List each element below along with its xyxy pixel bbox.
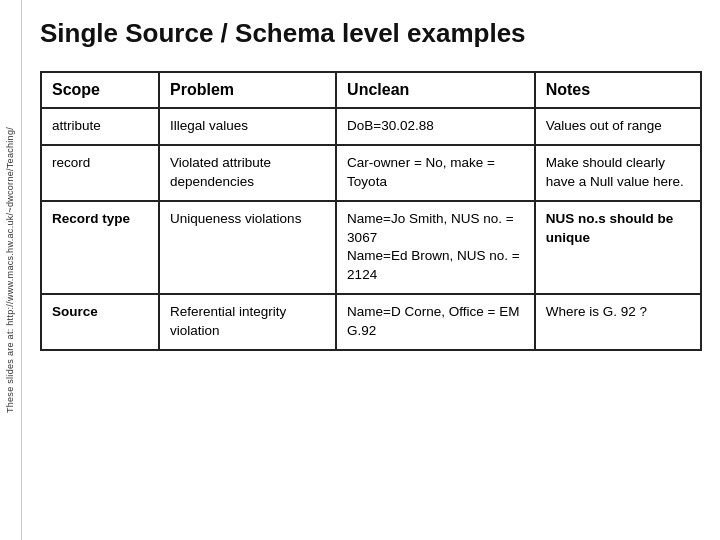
notes-range: Values out of range: [535, 108, 701, 145]
unclean-nus: Name=Jo Smith, NUS no. = 3067 Name=Ed Br…: [336, 201, 535, 295]
problem-uniqueness: Uniqueness violations: [159, 201, 336, 295]
table-row: Source Referential integrity violation N…: [41, 294, 701, 350]
unclean-office: Name=D Corne, Office = EM G.92: [336, 294, 535, 350]
notes-nus-text: NUS no.s should be unique: [546, 211, 674, 245]
unclean-nus-line2: Name=Ed Brown, NUS no. = 2124: [347, 248, 520, 282]
unclean-carowner: Car-owner = No, make = Toyota: [336, 145, 535, 201]
page-title: Single Source / Schema level examples: [40, 18, 702, 49]
main-content: Single Source / Schema level examples Sc…: [22, 0, 720, 540]
table-row: attribute Illegal values DoB=30.02.88 Va…: [41, 108, 701, 145]
scope-record-type-text: Record type: [52, 211, 130, 226]
unclean-dob: DoB=30.02.88: [336, 108, 535, 145]
scope-record: record: [41, 145, 159, 201]
header-scope: Scope: [41, 72, 159, 108]
notes-nus: NUS no.s should be unique: [535, 201, 701, 295]
header-notes: Notes: [535, 72, 701, 108]
problem-referential: Referential integrity violation: [159, 294, 336, 350]
sidebar-label: These slides are at: http://www.macs.hw.…: [6, 127, 16, 413]
problem-dependency: Violated attribute dependencies: [159, 145, 336, 201]
table-row: record Violated attribute dependencies C…: [41, 145, 701, 201]
scope-record-type: Record type: [41, 201, 159, 295]
table-row: Record type Uniqueness violations Name=J…: [41, 201, 701, 295]
problem-illegal: Illegal values: [159, 108, 336, 145]
scope-attribute: attribute: [41, 108, 159, 145]
scope-source-text: Source: [52, 304, 98, 319]
schema-table: Scope Problem Unclean Notes attribute Il…: [40, 71, 702, 351]
scope-source: Source: [41, 294, 159, 350]
header-unclean: Unclean: [336, 72, 535, 108]
unclean-nus-line1: Name=Jo Smith, NUS no. = 3067: [347, 211, 514, 245]
sidebar: These slides are at: http://www.macs.hw.…: [0, 0, 22, 540]
header-problem: Problem: [159, 72, 336, 108]
notes-null: Make should clearly have a Null value he…: [535, 145, 701, 201]
notes-office: Where is G. 92 ?: [535, 294, 701, 350]
